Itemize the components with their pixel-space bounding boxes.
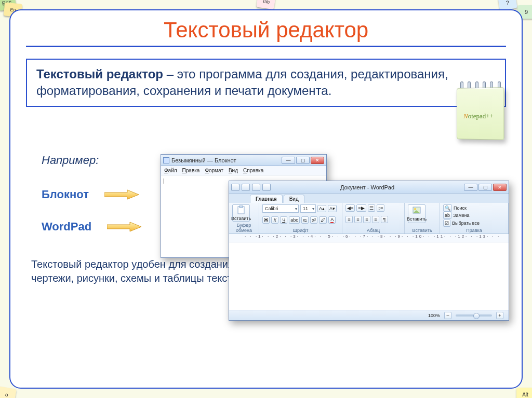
- increase-indent-button[interactable]: ≡▶: [356, 204, 366, 212]
- notepad-title: Безымянный — Блокнот: [171, 157, 280, 163]
- notepad-logo-text: otepad++: [468, 112, 494, 120]
- highlight-button[interactable]: 🖊: [319, 216, 327, 224]
- arrow-icon: [107, 222, 142, 232]
- maximize-button[interactable]: ▢: [478, 184, 492, 191]
- wordpad-textarea[interactable]: [229, 242, 509, 310]
- group-paragraph-label: Абзац: [345, 228, 401, 233]
- wordpad-ruler: · · ·1· · ·2· · ·3· · ·4· · ·5· · ·6· · …: [229, 234, 509, 242]
- decrease-indent-button[interactable]: ◀≡: [345, 204, 355, 212]
- maximize-button[interactable]: ▢: [296, 157, 310, 164]
- minimize-button[interactable]: —: [464, 184, 477, 191]
- wordpad-title: Документ - WordPad: [273, 184, 462, 190]
- decor-key-alt: Alt: [516, 388, 532, 398]
- definition-box: Текстовый редактор – это программа для с…: [26, 59, 506, 107]
- align-justify-button[interactable]: ≡: [372, 216, 379, 223]
- font-name-select[interactable]: Calibri: [262, 204, 299, 213]
- strike-button[interactable]: abc: [289, 216, 300, 224]
- bullets-button[interactable]: ☰: [368, 204, 375, 212]
- notepad-app-icon: [163, 157, 169, 163]
- zoom-value: 100%: [428, 313, 440, 318]
- zoom-slider[interactable]: [456, 314, 492, 317]
- replace-icon[interactable]: ab: [443, 212, 451, 219]
- align-right-button[interactable]: ≡: [363, 216, 370, 223]
- svg-marker-1: [107, 222, 141, 231]
- slide-title: Текстовый редактор: [26, 18, 506, 47]
- zoom-in-button[interactable]: +: [496, 312, 503, 319]
- replace-label[interactable]: Замена: [453, 213, 470, 218]
- group-clipboard-label: Буфер обмена: [232, 223, 256, 233]
- paragraph-dialog-button[interactable]: ¶: [381, 216, 388, 223]
- select-all-label[interactable]: Выбрать все: [452, 221, 480, 226]
- find-icon[interactable]: 🔍: [443, 204, 452, 212]
- close-button[interactable]: ✕: [493, 184, 507, 191]
- font-size-select[interactable]: 11: [300, 204, 316, 213]
- menu-help[interactable]: Справка: [243, 168, 263, 173]
- slide-frame: Текстовый редактор Текстовый редактор – …: [9, 9, 523, 389]
- arrow-icon: [104, 189, 140, 200]
- wordpad-app-icon: [231, 184, 240, 191]
- group-insert-label: Вставить: [408, 228, 436, 233]
- wordpad-titlebar: Документ - WordPad — ▢ ✕: [229, 181, 509, 194]
- svg-marker-0: [104, 190, 139, 199]
- svg-point-5: [414, 208, 416, 210]
- select-all-icon[interactable]: ☑: [443, 219, 450, 227]
- close-button[interactable]: ✕: [311, 157, 324, 164]
- menu-file[interactable]: Файл: [164, 168, 177, 173]
- zoom-out-button[interactable]: –: [444, 312, 451, 319]
- bold-button[interactable]: Ж: [262, 216, 270, 224]
- subscript-button[interactable]: x₂: [301, 216, 309, 224]
- tab-home[interactable]: Главная: [250, 195, 283, 203]
- group-font-label: Шрифт: [262, 228, 339, 233]
- wordpad-window: Документ - WordPad — ▢ ✕ Главная Вид Вст…: [229, 181, 509, 321]
- wordpad-tabs: Главная Вид: [229, 194, 509, 203]
- group-edit-label: Правка: [443, 228, 505, 233]
- menu-format[interactable]: Формат: [205, 168, 223, 173]
- align-left-button[interactable]: ≡: [345, 216, 353, 223]
- find-label[interactable]: Поиск: [454, 205, 467, 211]
- menu-edit[interactable]: Правка: [182, 168, 200, 173]
- notepad-titlebar: Безымянный — Блокнот — ▢ ✕: [161, 155, 326, 166]
- insert-label: Вставить: [407, 216, 427, 222]
- paste-button[interactable]: Вставить: [232, 204, 250, 222]
- svg-rect-3: [240, 205, 243, 208]
- paste-label: Вставить: [231, 216, 251, 221]
- align-center-button[interactable]: ≡: [354, 216, 362, 223]
- save-icon[interactable]: [242, 184, 250, 191]
- decor-key-o: o: [0, 386, 17, 398]
- wordpad-ribbon: Вставить Буфер обмена Calibri 11 A▴ A▾ Ж…: [229, 203, 509, 234]
- definition-term: Текстовый редактор: [36, 67, 163, 81]
- font-color-button[interactable]: A: [328, 216, 336, 224]
- grow-font-button[interactable]: A▴: [317, 205, 326, 212]
- superscript-button[interactable]: x²: [310, 216, 317, 224]
- undo-icon[interactable]: [252, 184, 260, 191]
- notepad-plus-plus-icon: Notepad++: [452, 81, 508, 144]
- italic-button[interactable]: К: [271, 216, 278, 224]
- minimize-button[interactable]: —: [282, 157, 295, 164]
- redo-icon[interactable]: [262, 184, 271, 191]
- notepad-menubar: Файл Правка Формат Вид Справка: [161, 166, 326, 175]
- decor-key-tab: Tab: [256, 0, 275, 9]
- line-spacing-button[interactable]: ↕≡: [377, 204, 385, 212]
- app2-name: WordPad: [42, 220, 91, 234]
- menu-view[interactable]: Вид: [229, 168, 238, 173]
- underline-button[interactable]: Ч: [280, 216, 287, 224]
- wordpad-statusbar: 100% – +: [229, 310, 509, 320]
- insert-button[interactable]: Вставить: [408, 204, 425, 223]
- shrink-font-button[interactable]: A▾: [328, 205, 337, 212]
- tab-view[interactable]: Вид: [284, 195, 304, 203]
- app1-name: Блокнот: [42, 188, 89, 201]
